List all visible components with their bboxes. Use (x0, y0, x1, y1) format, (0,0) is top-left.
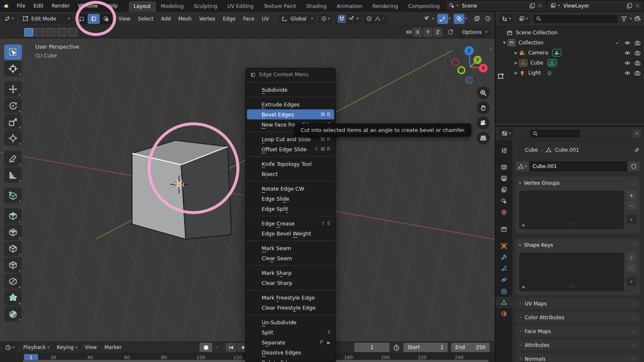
tab-object-data[interactable] (496, 297, 512, 308)
panel-normals[interactable]: ›Normals (516, 353, 640, 362)
remove-viewlayer-icon[interactable] (634, 3, 641, 9)
extrude-region-tool[interactable] (4, 208, 22, 224)
outliner-row-scene-collection[interactable]: Scene Collection (496, 28, 644, 38)
panel-color-attributes[interactable]: ›Color Attributes (516, 312, 640, 323)
gizmo-x-axis[interactable]: X (479, 64, 488, 72)
show-overlays-toggle[interactable] (454, 14, 465, 24)
menu-item-rotate-edge-cw[interactable]: Rotate Edge CW (246, 184, 335, 194)
unlink-scene-icon[interactable] (537, 3, 543, 9)
snap-base-icon[interactable] (447, 29, 454, 35)
filter-funnel-icon[interactable] (621, 16, 627, 22)
menu-item-edge-crease[interactable]: Edge Crease⇧ E (246, 218, 335, 228)
outliner-row-collection[interactable]: ▼Collection✓ (496, 38, 644, 48)
properties-search[interactable] (530, 129, 581, 138)
tab-scene[interactable] (496, 195, 512, 207)
fake-user-button[interactable] (627, 161, 640, 171)
menu-item-subdivide[interactable]: Subdivide (246, 85, 335, 95)
gizmo-minus-y-axis[interactable] (457, 66, 465, 74)
outliner-display-mode[interactable]: ▾ (499, 14, 514, 24)
menu-render[interactable]: Render (47, 0, 74, 12)
current-frame-field[interactable]: 1 (354, 343, 390, 352)
frame-tick[interactable]: 240 (455, 355, 464, 360)
tab-rendering[interactable]: Rendering (367, 1, 403, 12)
frame-tick[interactable]: 40 (87, 355, 93, 360)
tab-modeling[interactable]: Modeling (156, 1, 189, 12)
menu-item-offset-edge-slide[interactable]: Offset Edge Slide⇧ ⌘ R (246, 144, 335, 154)
menu-keying[interactable]: Keying ▾ (53, 342, 81, 353)
outliner-row-cube[interactable]: ▶Cube (496, 58, 644, 68)
shape-key-specials-dropdown[interactable]: ▾ (626, 277, 636, 286)
outliner-search-input[interactable] (543, 16, 615, 22)
menu-help[interactable]: Help (102, 0, 122, 12)
list-resize-grip[interactable]: ∷∷ (569, 283, 574, 289)
list-resize-grip[interactable]: ∷∷ (569, 221, 574, 227)
end-frame-field[interactable]: End250 (451, 343, 490, 352)
transform-tool[interactable] (4, 130, 22, 146)
render-visibility-camera-icon[interactable] (634, 40, 641, 46)
show-gizmo-toggle[interactable] (437, 14, 448, 24)
menu-item-split[interactable]: SplitY (246, 327, 335, 337)
remove-shape-key-button[interactable]: − (626, 263, 636, 272)
options-dropdown[interactable]: Options ▾ (457, 27, 490, 37)
shape-keys-list[interactable]: ▶ ∷∷ (519, 253, 624, 291)
menu-edit[interactable]: Edit (29, 0, 47, 12)
editor-type-button[interactable]: ▾ (2, 14, 16, 24)
viewlayer-selector[interactable]: ▾ ViewLayer (548, 1, 643, 10)
tab-collection[interactable] (496, 223, 512, 235)
inset-faces-tool[interactable] (4, 225, 22, 240)
frame-tick[interactable]: 100 (197, 355, 205, 360)
snap-target-icon[interactable] (348, 16, 354, 22)
timeline-editor-type-button[interactable]: ▾ (3, 343, 17, 352)
tab-layout[interactable]: Layout (129, 1, 156, 12)
eye-icon[interactable] (624, 50, 631, 56)
select-mode-extend[interactable] (35, 28, 44, 36)
annotate-tool[interactable] (4, 151, 22, 166)
menu-edge[interactable]: Edge (219, 12, 239, 26)
tab-shading[interactable]: Shading (301, 1, 332, 12)
select-mode-subtract[interactable] (46, 28, 55, 36)
toggle-ortho-button[interactable] (477, 132, 490, 145)
menu-item-clear-sharp[interactable]: Clear Sharp (246, 278, 335, 288)
menu-item-bevel-edges[interactable]: Bevel Edges⌘ B (247, 109, 334, 119)
disclosure-triangle[interactable]: ▶ (513, 61, 519, 65)
sidebar-collapse-arrow[interactable]: ‹ (490, 45, 492, 52)
tab-uv-editing[interactable]: UV Editing (222, 1, 259, 12)
gizmo-z-axis[interactable]: Z (465, 46, 474, 55)
eye-icon[interactable] (624, 60, 631, 66)
add-shape-key-button[interactable]: + (626, 253, 636, 262)
tab-output[interactable] (496, 173, 512, 184)
frame-tick[interactable]: 120 (234, 355, 242, 360)
eye-icon[interactable] (624, 40, 631, 46)
menu-vertex[interactable]: Vertex (195, 12, 219, 26)
tab-sculpting[interactable]: Sculpting (189, 1, 222, 12)
menu-view[interactable]: View (115, 12, 134, 26)
properties-editor-type-button[interactable]: ▾ (499, 129, 514, 139)
tab-material[interactable] (496, 308, 512, 319)
panel-attributes[interactable]: ›Attributes (516, 339, 640, 351)
knife-tool[interactable] (4, 274, 22, 289)
menu-item-bisect[interactable]: Bisect (246, 169, 335, 179)
gizmo-minus-z-axis[interactable] (465, 76, 473, 84)
collection-checkbox[interactable]: ✓ (615, 40, 621, 46)
new-scene-icon[interactable] (529, 3, 535, 9)
select-mode-invert[interactable] (57, 28, 66, 36)
tab-animation[interactable]: Animation (332, 1, 367, 12)
add-vertex-group-button[interactable]: + (626, 191, 636, 200)
render-visibility-camera-icon[interactable] (634, 70, 641, 76)
menu-item-un-subdivide[interactable]: Un-Subdivide (246, 317, 335, 327)
toggle-xray-button[interactable] (471, 14, 482, 24)
tab-world[interactable] (496, 207, 512, 218)
viewport-shading-button[interactable] (482, 14, 493, 24)
menu-add[interactable]: Add (157, 12, 174, 26)
bevel-tool[interactable] (4, 241, 22, 256)
menu-select[interactable]: Select (134, 12, 157, 26)
menu-item-dissolve-edges[interactable]: Dissolve Edges (246, 347, 335, 357)
mirror-y-button[interactable]: Y (423, 28, 432, 37)
outliner-row-light[interactable]: ▶Light (496, 68, 644, 78)
scene-selector[interactable]: ▾ Scene (447, 1, 545, 10)
stopwatch-icon[interactable] (393, 344, 400, 351)
frame-tick[interactable]: 60 (124, 355, 130, 360)
zoom-button[interactable] (477, 86, 490, 99)
menu-uv[interactable]: UV (258, 12, 273, 26)
disclosure-triangle[interactable]: ▼ (501, 41, 507, 45)
